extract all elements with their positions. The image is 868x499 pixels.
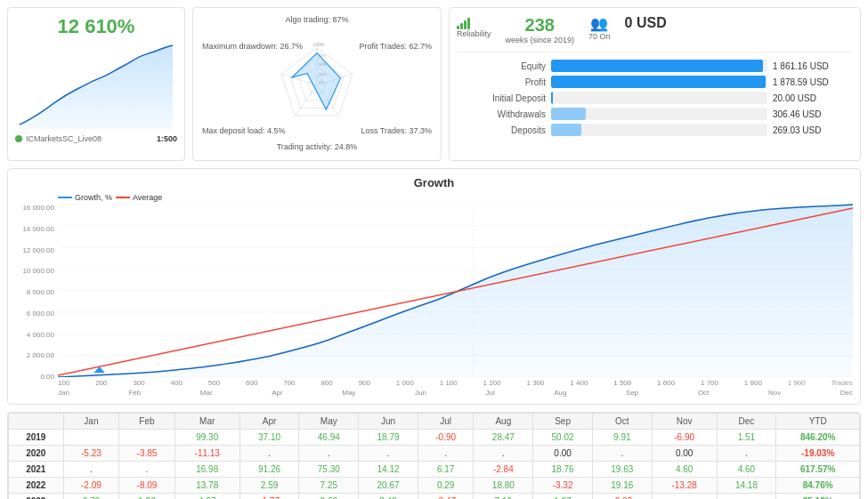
th-jul: Jul: [418, 414, 474, 430]
jan-cell: [63, 430, 119, 446]
jul-cell: 6.17: [418, 462, 474, 478]
x-trade-900: 900: [359, 379, 370, 387]
nov-cell: [652, 494, 717, 500]
sep-cell: 1.97: [533, 494, 593, 500]
may-cell: .: [299, 446, 359, 462]
apr-cell: .: [239, 446, 299, 462]
signal-bars-icon: [457, 15, 491, 29]
withdrawals-value: 306.46 USD: [773, 109, 853, 119]
x-trade-1200: 1 200: [483, 379, 501, 387]
dec-cell: 14.18: [717, 478, 776, 494]
ytd-cell: 25.13%: [776, 494, 860, 500]
table-section: Jan Feb Mar Apr May Jun Jul Aug Sep Oct …: [7, 412, 861, 499]
year-cell: 2020: [9, 446, 64, 462]
may-cell: 7.25: [299, 478, 359, 494]
year-cell: 2023: [9, 494, 64, 500]
jul-cell: 0.29: [418, 478, 474, 494]
growth-line-legend: [58, 197, 72, 198]
chart-area: 100 200 300 400 500 600 700 800 900 1 00…: [58, 204, 853, 397]
th-ytd: YTD: [776, 414, 860, 430]
mar-cell: 13.78: [174, 478, 239, 494]
th-jun: Jun: [359, 414, 418, 430]
sep-cell: 0.00: [533, 446, 593, 462]
th-jan: Jan: [63, 414, 119, 430]
top-section: 12 610% ICMarketsSC_Live08: [7, 7, 861, 161]
may-cell: 75.30: [299, 462, 359, 478]
weeks-label: weeks (since 2019): [506, 36, 575, 44]
table-row: 2020-5.23-3.85-11.13.....0.00.0.00.-19.0…: [9, 446, 860, 462]
x-trade-1300: 1 300: [526, 379, 544, 387]
equity-value: 1 861.16 USD: [773, 61, 853, 71]
th-oct: Oct: [592, 414, 652, 430]
withdrawals-bar: [551, 108, 586, 120]
y-label-6: 4 000.00: [15, 331, 54, 339]
svg-text:100%: 100%: [313, 42, 325, 47]
dec-cell: [717, 494, 776, 500]
year-cell: 2019: [9, 430, 64, 446]
x-axis-trades: 100 200 300 400 500 600 700 800 900 1 00…: [58, 379, 853, 389]
status-dot: [15, 135, 22, 142]
x-trade-1100: 1 100: [440, 379, 458, 387]
year-cell: 2022: [9, 478, 64, 494]
oct-cell: -0.30: [592, 494, 652, 500]
ytd-cell: 846.20%: [776, 430, 860, 446]
th-mar: Mar: [174, 414, 239, 430]
sep-cell: -3.32: [533, 478, 593, 494]
feb-cell: 1.80: [119, 494, 175, 500]
reliability-label: Reliability: [457, 29, 491, 38]
trading-activity-label: Trading activity: 24.8%: [277, 142, 358, 151]
growth-section: Growth Growth, % Average 16 000.00 14 00…: [7, 168, 861, 405]
nov-cell: 4.60: [652, 462, 717, 478]
growth-svg: [58, 204, 853, 377]
reliability-section: Reliability 238 weeks (since 2019) 👥 70 …: [457, 15, 853, 52]
svg-marker-9: [292, 52, 341, 109]
x-trade-1000: 1 000: [396, 379, 414, 387]
initial-label: Initial Deposit: [457, 93, 546, 103]
svg-text:75%: 75%: [319, 53, 326, 58]
th-dec: Dec: [717, 414, 776, 430]
table-row: 20236.721.804.87-1.770.622.49-0.477.161.…: [9, 494, 860, 500]
account-info: ICMarketsSC_Live08 1:500: [15, 134, 177, 143]
apr-cell: 91.26: [239, 462, 299, 478]
oct-cell: 19.63: [592, 462, 652, 478]
x-trade-1900: 1 900: [788, 379, 806, 387]
th-nov: Nov: [652, 414, 717, 430]
aug-cell: 18.80: [474, 478, 533, 494]
sep-cell: 18.76: [533, 462, 593, 478]
jun-cell: 18.79: [359, 430, 418, 446]
jun-cell: 14.12: [359, 462, 418, 478]
initial-row: Initial Deposit 20.00 USD: [457, 92, 853, 104]
bars-section: Equity 1 861.16 USD Profit 1 878.59 USD …: [457, 60, 853, 136]
main-container: 12 610% ICMarketsSC_Live08: [0, 0, 868, 499]
equity-bar: [551, 60, 763, 72]
table-row: 201999.3037.1046.9418.79-0.9028.4750.029…: [9, 430, 860, 446]
dec-cell: .: [717, 446, 776, 462]
legend-average-label: Average: [133, 193, 162, 202]
table-row: 2021..16.9891.2675.3014.126.17-2.8418.76…: [9, 462, 860, 478]
dec-cell: 4.60: [717, 462, 776, 478]
jan-cell: 6.72: [63, 494, 119, 500]
apr-cell: 2.59: [239, 478, 299, 494]
deposits-value: 269.03 USD: [773, 125, 853, 135]
nov-cell: -13.28: [652, 478, 717, 494]
feb-cell: .: [119, 462, 175, 478]
chart-legend: Growth, % Average: [15, 193, 853, 202]
jun-cell: 2.49: [359, 494, 418, 500]
deposits-bar-container: [551, 124, 767, 136]
reliability-item: Reliability: [457, 15, 491, 38]
mar-cell: 4.87: [174, 494, 239, 500]
jul-cell: -0.90: [418, 430, 474, 446]
year-cell: 2021: [9, 462, 64, 478]
growth-value: 12 610%: [15, 15, 177, 38]
x-axis-months: Jan Feb Mar Apr May Jun Jul Aug Sep Oct …: [58, 389, 853, 397]
profit-trades-label: Profit Trades: 62.7%: [359, 42, 432, 51]
users-icon: 👥: [588, 15, 611, 32]
oct-cell: .: [592, 446, 652, 462]
legend-average: Average: [116, 193, 162, 202]
feb-cell: -3.85: [119, 446, 175, 462]
aug-cell: 28.47: [474, 430, 533, 446]
stats-card: Reliability 238 weeks (since 2019) 👥 70 …: [449, 7, 861, 161]
jun-cell: 20.67: [359, 478, 418, 494]
x-trade-1800: 1 800: [744, 379, 762, 387]
jun-cell: .: [359, 446, 418, 462]
